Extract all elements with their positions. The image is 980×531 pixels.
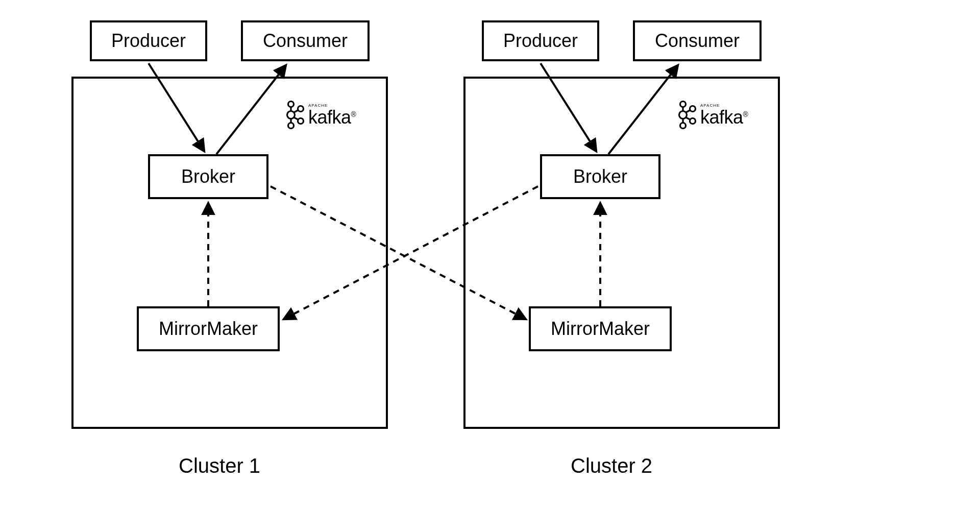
kafka-logo-text: APACHE kafka®: [700, 104, 748, 128]
kafka-logo-reg: ®: [743, 110, 748, 118]
cluster2-mirrormaker-box: MirrorMaker: [529, 306, 672, 351]
cluster2-mirrormaker-label: MirrorMaker: [551, 318, 650, 340]
cluster1-producer-label: Producer: [111, 30, 186, 52]
cluster2-broker-label: Broker: [573, 166, 627, 187]
svg-point-11: [680, 123, 686, 129]
cluster2-consumer-label: Consumer: [655, 30, 740, 52]
kafka-logo-brand: kafka: [308, 107, 351, 128]
svg-line-8: [294, 117, 299, 120]
cluster1-mirrormaker-box: MirrorMaker: [137, 306, 280, 351]
cluster2-title-text: Cluster 2: [571, 454, 652, 477]
cluster2-producer-box: Producer: [482, 20, 599, 61]
cluster1-title: Cluster 1: [179, 454, 260, 477]
diagram-canvas: Producer Consumer Broker MirrorMaker: [0, 0, 980, 531]
kafka-logo-text: APACHE kafka®: [308, 104, 356, 128]
svg-line-7: [294, 110, 299, 113]
cluster2-producer-label: Producer: [503, 30, 578, 52]
kafka-logo-brand: kafka: [700, 107, 743, 128]
cluster2-title: Cluster 2: [571, 454, 652, 477]
cluster2-consumer-box: Consumer: [633, 20, 762, 61]
svg-line-16: [686, 110, 691, 113]
cluster2-kafka-logo: APACHE kafka®: [676, 100, 748, 132]
svg-point-1: [287, 111, 295, 119]
kafka-logo-reg: ®: [351, 110, 356, 118]
cluster1-consumer-box: Consumer: [241, 20, 370, 61]
svg-point-0: [288, 102, 294, 107]
cluster1-producer-box: Producer: [90, 20, 207, 61]
svg-line-17: [686, 117, 691, 120]
cluster1-consumer-label: Consumer: [263, 30, 348, 52]
kafka-logo-icon: [676, 100, 697, 132]
svg-point-9: [680, 102, 686, 107]
cluster1-mirrormaker-label: MirrorMaker: [159, 318, 258, 340]
kafka-logo-icon: [284, 100, 305, 132]
cluster1-kafka-logo: APACHE kafka®: [284, 100, 356, 132]
svg-point-2: [288, 123, 294, 129]
cluster2-broker-box: Broker: [540, 154, 660, 199]
cluster1-broker-label: Broker: [181, 166, 235, 187]
cluster1-broker-box: Broker: [148, 154, 268, 199]
svg-point-10: [679, 111, 687, 119]
cluster1-title-text: Cluster 1: [179, 454, 260, 477]
